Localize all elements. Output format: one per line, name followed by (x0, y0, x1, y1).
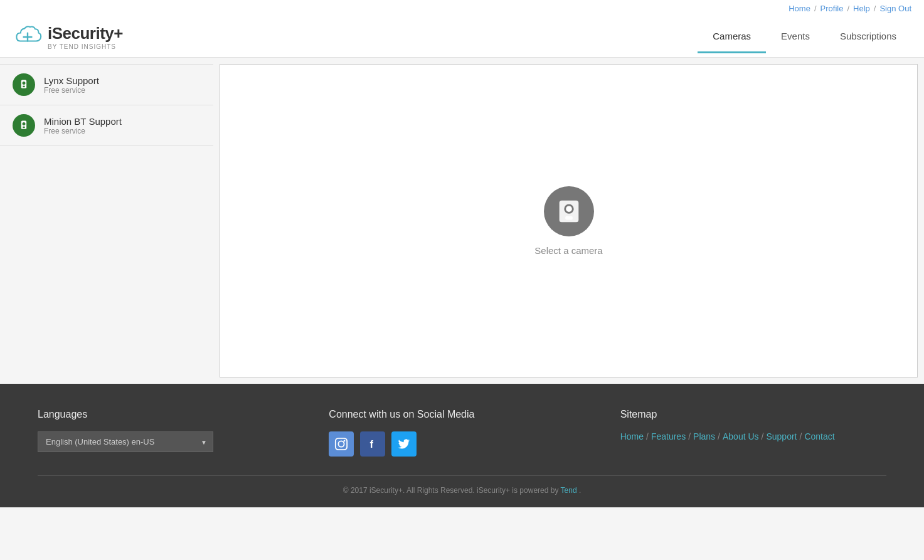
svg-rect-13 (336, 438, 347, 450)
sitemap-label: Sitemap (620, 409, 886, 420)
camera-service-lynx: Free service (44, 86, 99, 95)
instagram-svg (334, 437, 348, 451)
sitemap-plans[interactable]: Plans (693, 431, 715, 441)
languages-label: Languages (38, 409, 304, 420)
nav-subscriptions[interactable]: Subscriptions (825, 21, 911, 53)
nav-cameras[interactable]: Cameras (698, 21, 766, 53)
nav-events[interactable]: Events (766, 21, 825, 53)
sitemap-contact[interactable]: Contact (804, 431, 834, 441)
svg-text:f: f (370, 438, 374, 450)
footer: Languages English (United States) en-US … (0, 384, 924, 507)
svg-rect-5 (23, 86, 24, 88)
camera-icon-lynx (13, 73, 35, 96)
camera-name-minion: Minion BT Support (44, 116, 122, 127)
sitemap-sep3: / (718, 431, 720, 441)
footer-bottom: © 2017 iSecurity+. All Rights Reserved. … (38, 475, 886, 495)
top-nav-upper: Home / Profile / Help / Sign Out (13, 0, 911, 17)
footer-grid: Languages English (United States) en-US … (38, 409, 886, 457)
sitemap-about-us[interactable]: About Us (723, 431, 759, 441)
logo-title: iSecurity+ (48, 24, 123, 43)
sign-out-link[interactable]: Sign Out (879, 4, 911, 13)
profile-link[interactable]: Profile (820, 4, 844, 13)
svg-point-15 (344, 440, 346, 442)
camera-icon-minion (13, 114, 35, 137)
logo-subtitle: BY TEND INSIGHTS (48, 43, 123, 50)
help-link[interactable]: Help (853, 4, 870, 13)
svg-rect-8 (23, 127, 24, 129)
language-select-wrapper: English (United States) en-US (38, 431, 213, 452)
sitemap-links: Home / Features / Plans / About Us / Sup… (620, 431, 886, 441)
svg-rect-12 (565, 216, 573, 219)
twitter-svg (397, 437, 411, 451)
sitemap-sep1: / (646, 431, 649, 441)
facebook-icon[interactable]: f (360, 431, 385, 457)
main-view: Select a camera (213, 58, 924, 384)
sep2: / (847, 4, 849, 13)
facebook-svg: f (366, 437, 380, 451)
footer-languages: Languages English (United States) en-US (38, 409, 304, 457)
twitter-icon[interactable] (391, 431, 417, 457)
camera-item-minion[interactable]: Minion BT Support Free service (0, 105, 213, 146)
logo-text: iSecurity+ BY TEND INSIGHTS (48, 24, 123, 50)
camera-name-lynx: Lynx Support (44, 75, 99, 86)
top-navigation: Home / Profile / Help / Sign Out iSecuri… (0, 0, 924, 58)
svg-point-14 (339, 441, 344, 446)
camera-info-lynx: Lynx Support Free service (44, 75, 99, 95)
sep3: / (874, 4, 876, 13)
svg-point-11 (566, 206, 572, 212)
camera-display: Select a camera (220, 64, 918, 378)
main-navigation: Cameras Events Subscriptions (698, 21, 911, 53)
copyright-end: . (579, 486, 581, 495)
logo[interactable]: iSecurity+ BY TEND INSIGHTS (13, 17, 123, 57)
sitemap-sep4: / (762, 431, 764, 441)
sep1: / (814, 4, 817, 13)
select-camera-icon (544, 186, 594, 236)
sitemap-support[interactable]: Support (766, 431, 797, 441)
logo-icon (13, 22, 43, 52)
copyright-link[interactable]: Tend (561, 486, 577, 495)
camera-service-minion: Free service (44, 127, 122, 135)
camera-info-minion: Minion BT Support Free service (44, 116, 122, 135)
camera-placeholder-icon (555, 197, 583, 226)
camera-svg-lynx (18, 78, 30, 91)
copyright-text: © 2017 iSecurity+. All Rights Reserved. … (343, 486, 559, 495)
svg-point-7 (23, 122, 26, 125)
footer-social: Connect with us on Social Media f (329, 409, 595, 457)
camera-svg-minion (18, 119, 30, 132)
sitemap-sep2: / (688, 431, 691, 441)
svg-point-4 (23, 82, 26, 85)
social-label: Connect with us on Social Media (329, 409, 595, 420)
top-nav-lower: iSecurity+ BY TEND INSIGHTS Cameras Even… (13, 17, 911, 57)
sitemap-home[interactable]: Home (620, 431, 644, 441)
content-area: Lynx Support Free service Minion BT Supp… (0, 58, 924, 384)
footer-sitemap: Sitemap Home / Features / Plans / About … (620, 409, 886, 457)
sitemap-features[interactable]: Features (651, 431, 686, 441)
instagram-icon[interactable] (329, 431, 354, 457)
select-camera-label: Select a camera (534, 245, 602, 256)
sitemap-sep5: / (800, 431, 802, 441)
language-select[interactable]: English (United States) en-US (38, 431, 213, 452)
camera-item-lynx[interactable]: Lynx Support Free service (0, 64, 213, 105)
camera-sidebar: Lynx Support Free service Minion BT Supp… (0, 58, 213, 384)
social-icons: f (329, 431, 595, 457)
home-link[interactable]: Home (789, 4, 810, 13)
